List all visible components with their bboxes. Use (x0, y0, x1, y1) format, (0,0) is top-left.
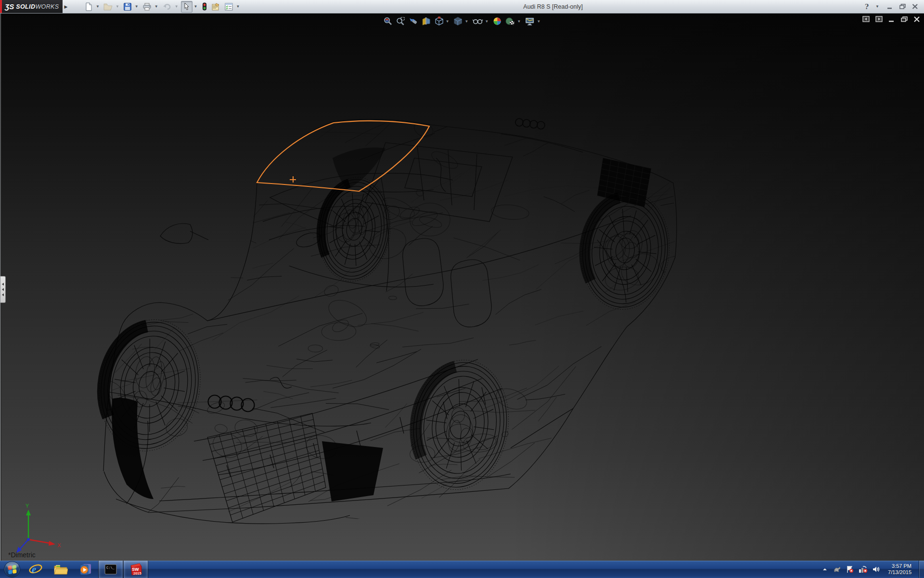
collapse-pane-right-icon[interactable] (875, 16, 883, 22)
expand-left-arrow-icon (2, 283, 4, 286)
windows-taskbar: e C:\_ SW 2015 3:57 PM 7/13/2015 (0, 561, 924, 578)
hide-show-items-dropdown[interactable]: ▼ (484, 19, 490, 24)
app-close-button[interactable] (912, 4, 918, 9)
volume-icon[interactable] (872, 565, 881, 573)
doc-close-button[interactable] (913, 16, 920, 22)
zoom-to-fit-button[interactable] (383, 16, 393, 26)
apply-scene-dropdown[interactable]: ▼ (516, 19, 522, 24)
select-cursor-icon (183, 2, 191, 11)
action-center-alert-icon[interactable] (846, 565, 854, 573)
window-title: Audi R8 S [Read-only] (241, 0, 864, 13)
save-button[interactable] (122, 1, 133, 13)
expand-left-arrow-icon (2, 288, 4, 291)
previous-view-icon (408, 16, 418, 26)
doc-restore-button[interactable] (901, 16, 908, 22)
show-desktop-button[interactable] (919, 561, 924, 578)
svg-text:C:\_: C:\_ (106, 566, 115, 570)
taskbar-clock[interactable]: 3:57 PM 7/13/2015 (885, 563, 914, 576)
reference-triad: Y X (16, 503, 61, 553)
open-button[interactable] (102, 1, 114, 13)
help-icon[interactable]: ? (865, 3, 869, 11)
select-dropdown-arrow[interactable]: ▼ (193, 4, 199, 9)
taskbar-windows-explorer[interactable] (48, 561, 73, 578)
system-tray: 3:57 PM 7/13/2015 (821, 561, 924, 578)
display-style-button[interactable]: ▼ (453, 16, 470, 26)
car-wireframe-model[interactable]: Y X (0, 13, 924, 561)
taskbar-media-player[interactable] (73, 561, 98, 578)
wheels (89, 174, 675, 496)
file-properties-button[interactable] (210, 1, 222, 13)
zoom-to-area-icon (396, 16, 405, 26)
options-button[interactable] (223, 1, 235, 13)
view-settings-dropdown[interactable]: ▼ (536, 19, 541, 24)
view-orientation-button[interactable]: ▼ (434, 16, 451, 26)
clock-date: 7/13/2015 (888, 569, 911, 576)
media-player-icon (79, 563, 92, 576)
menu-flyout-arrow[interactable]: ▶ (63, 0, 69, 13)
network-disconnected-icon[interactable] (859, 565, 868, 573)
view-settings-icon (525, 16, 535, 26)
start-button[interactable] (4, 561, 20, 578)
show-hidden-icons-button[interactable] (821, 566, 828, 572)
taskbar-command-prompt[interactable]: C:\_ (98, 561, 123, 578)
document-window-controls (862, 16, 920, 22)
view-orientation-dropdown[interactable]: ▼ (445, 19, 450, 24)
taskbar-solidworks-2015[interactable]: SW 2015 (123, 561, 148, 578)
save-icon (123, 2, 132, 11)
hide-show-items-button[interactable]: ▼ (472, 16, 490, 26)
view-orientation-label: *Dimetric (8, 551, 36, 559)
collapse-pane-left-icon[interactable] (862, 16, 870, 22)
undo-button[interactable] (161, 1, 173, 13)
apply-scene-button[interactable]: ▼ (504, 16, 522, 26)
select-button[interactable] (181, 1, 192, 13)
rebuild-stoplight-icon (202, 2, 207, 11)
solidworks-3s-icon: ƷS (5, 2, 14, 11)
edit-appearance-icon (492, 16, 502, 26)
solidworks-logo: ƷS SOLIDWORKS (0, 0, 63, 13)
undo-icon (162, 2, 172, 11)
options-dropdown-arrow[interactable]: ▼ (236, 4, 242, 9)
feature-manager-collapsed-tab[interactable] (0, 276, 6, 303)
hide-show-items-icon (473, 16, 484, 26)
new-document-icon (84, 2, 93, 11)
options-icon (224, 2, 233, 11)
file-properties-icon (211, 2, 220, 11)
audi-rings-rear (515, 118, 545, 129)
svg-text:e: e (32, 564, 36, 575)
apply-scene-icon (505, 16, 515, 26)
clock-time: 3:57 PM (888, 563, 911, 569)
previous-view-button[interactable] (408, 16, 419, 26)
taskbar-internet-explorer[interactable]: e (23, 561, 48, 578)
section-view-icon (421, 16, 431, 26)
graphics-area[interactable]: Y X ▼ ▼ ▼ (0, 13, 924, 561)
edit-appearance-button[interactable] (492, 16, 502, 26)
new-dropdown-arrow[interactable]: ▼ (95, 4, 101, 9)
zoom-to-area-button[interactable] (395, 16, 406, 26)
device-tray-icon[interactable] (833, 565, 841, 573)
folder-icon (53, 563, 68, 576)
save-dropdown-arrow[interactable]: ▼ (134, 4, 140, 9)
rebuild-button[interactable] (200, 1, 209, 13)
app-restore-button[interactable] (899, 4, 906, 9)
print-icon (142, 2, 152, 11)
internet-explorer-icon: e (28, 563, 43, 576)
undo-dropdown-arrow[interactable]: ▼ (174, 4, 180, 9)
doc-minimize-button[interactable] (888, 16, 895, 22)
selection-cursor (290, 176, 296, 183)
print-button[interactable] (141, 1, 153, 13)
solidworks-2015-icon: SW 2015 (129, 563, 142, 576)
section-view-button[interactable] (421, 16, 432, 26)
brand-text: SOLIDWORKS (16, 3, 59, 10)
open-dropdown-arrow[interactable]: ▼ (115, 4, 121, 9)
display-style-dropdown[interactable]: ▼ (464, 19, 470, 24)
open-icon (103, 2, 113, 11)
new-document-button[interactable] (83, 1, 94, 13)
view-settings-button[interactable]: ▼ (524, 16, 542, 26)
triad-y-label: Y (26, 503, 29, 509)
app-minimize-button[interactable] (887, 4, 893, 9)
title-toolbar: ƷS SOLIDWORKS ▶ ▼ ▼ ▼ ▼ ▼ ▼ ▼ Audi (0, 0, 924, 13)
triad-x-label: X (57, 542, 61, 548)
display-style-icon (453, 16, 463, 26)
print-dropdown-arrow[interactable]: ▼ (154, 4, 160, 9)
help-dropdown-arrow[interactable]: ▼ (875, 4, 881, 9)
